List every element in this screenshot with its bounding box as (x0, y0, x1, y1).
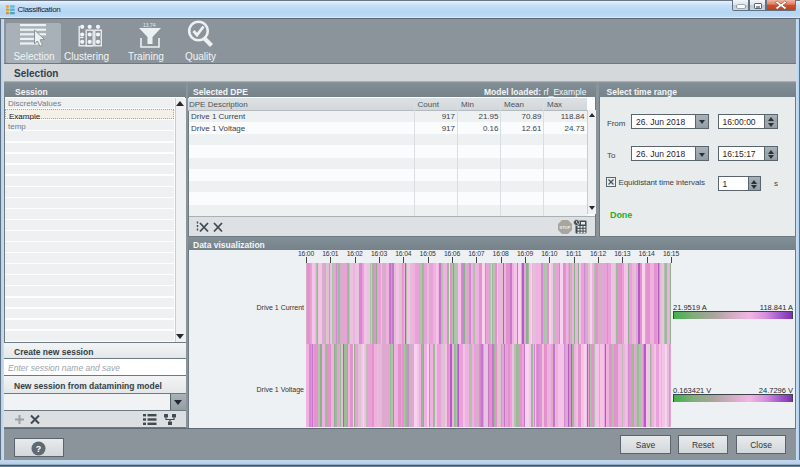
svg-text:?: ? (36, 444, 42, 454)
svg-text:13,74: 13,74 (143, 22, 156, 28)
svg-text:STOP: STOP (560, 225, 571, 230)
